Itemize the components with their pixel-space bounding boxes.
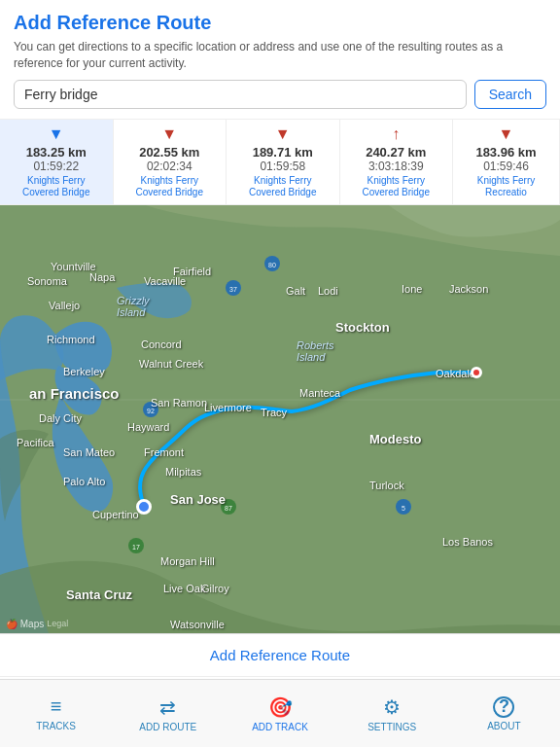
route-card-dist-1: 202.55 km bbox=[139, 145, 199, 160]
tab-add-track[interactable]: 🎯 ADD TRACK bbox=[224, 690, 335, 738]
route-cards-container: ▼183.25 km01:59:22Knights Ferry Covered … bbox=[0, 119, 560, 205]
route-card-time-4: 01:59:46 bbox=[483, 160, 529, 173]
search-row: Search bbox=[14, 80, 546, 109]
route-card-icon-4: ▼ bbox=[499, 125, 514, 143]
route-card-name-0: Knights Ferry Covered Bridge bbox=[8, 175, 105, 198]
tab-settings-label: SETTINGS bbox=[368, 722, 416, 732]
svg-text:92: 92 bbox=[147, 408, 155, 414]
route-card-name-4: Knights Ferry Recreatio bbox=[461, 175, 551, 198]
route-card-icon-2: ▼ bbox=[275, 125, 291, 143]
tab-bar: ≡ TRACKS ⇄ ADD ROUTE 🎯 ADD TRACK ⚙ SETTI… bbox=[0, 679, 560, 747]
route-card-time-2: 01:59:58 bbox=[260, 160, 305, 173]
maps-watermark: 🍎 Maps Legal bbox=[6, 619, 68, 629]
route-card-name-2: Knights Ferry Covered Bridge bbox=[234, 175, 332, 198]
tab-settings[interactable]: ⚙ SETTINGS bbox=[336, 690, 448, 738]
tab-add-route-label: ADD ROUTE bbox=[139, 722, 196, 732]
add-route-icon: ⇄ bbox=[159, 695, 176, 719]
page-title: Add Reference Route bbox=[14, 12, 546, 34]
route-card-4[interactable]: ▼183.96 km01:59:46Knights Ferry Recreati… bbox=[453, 120, 560, 204]
route-card-0[interactable]: ▼183.25 km01:59:22Knights Ferry Covered … bbox=[0, 120, 114, 204]
route-card-dist-4: 183.96 km bbox=[475, 145, 536, 160]
route-start-pin bbox=[136, 499, 152, 515]
route-card-dist-0: 183.25 km bbox=[26, 145, 87, 160]
search-input[interactable] bbox=[14, 80, 467, 109]
svg-text:80: 80 bbox=[268, 262, 276, 268]
tab-add-route[interactable]: ⇄ ADD ROUTE bbox=[112, 690, 224, 738]
maps-logo-text: 🍎 Maps bbox=[6, 619, 44, 629]
route-card-time-0: 01:59:22 bbox=[33, 160, 79, 173]
route-card-name-3: Knights Ferry Covered Bridge bbox=[348, 175, 445, 198]
route-card-time-3: 3:03:18:39 bbox=[368, 160, 424, 173]
maps-legal-text: Legal bbox=[47, 619, 68, 628]
route-card-icon-1: ▼ bbox=[161, 125, 177, 143]
route-card-time-1: 02:02:34 bbox=[147, 160, 192, 173]
settings-icon: ⚙ bbox=[383, 695, 401, 719]
add-reference-route-button[interactable]: Add Reference Route bbox=[0, 634, 560, 677]
route-end-pin bbox=[471, 367, 482, 378]
add-track-icon: 🎯 bbox=[268, 695, 293, 719]
about-icon: ? bbox=[493, 696, 514, 718]
tab-about[interactable]: ? ABOUT bbox=[448, 691, 560, 737]
svg-text:87: 87 bbox=[225, 505, 232, 512]
tab-tracks-label: TRACKS bbox=[36, 721, 76, 731]
header-panel: Add Reference Route You can get directio… bbox=[0, 0, 560, 119]
route-card-icon-0: ▼ bbox=[49, 125, 64, 143]
svg-text:5: 5 bbox=[402, 505, 405, 512]
map-container: 17 87 5 92 37 80 an Francisco San Jose S… bbox=[0, 205, 560, 633]
tab-add-track-label: ADD TRACK bbox=[252, 722, 308, 732]
route-card-dist-3: 240.27 km bbox=[366, 145, 426, 160]
tab-about-label: ABOUT bbox=[487, 721, 520, 731]
route-card-icon-3: ↑ bbox=[392, 125, 400, 143]
route-card-3[interactable]: ↑240.27 km3:03:18:39Knights Ferry Covere… bbox=[340, 120, 454, 204]
tab-tracks[interactable]: ≡ TRACKS bbox=[0, 690, 112, 737]
route-card-dist-2: 189.71 km bbox=[253, 145, 313, 160]
route-card-1[interactable]: ▼202.55 km02:02:34Knights Ferry Covered … bbox=[114, 120, 228, 204]
route-card-name-1: Knights Ferry Covered Bridge bbox=[122, 175, 219, 198]
search-button[interactable]: Search bbox=[474, 80, 546, 109]
route-card-2[interactable]: ▼189.71 km01:59:58Knights Ferry Covered … bbox=[227, 120, 340, 204]
svg-text:17: 17 bbox=[132, 544, 140, 551]
svg-text:37: 37 bbox=[229, 286, 237, 293]
tracks-icon: ≡ bbox=[51, 695, 62, 718]
header-description: You can get directions to a specific loc… bbox=[14, 39, 546, 72]
